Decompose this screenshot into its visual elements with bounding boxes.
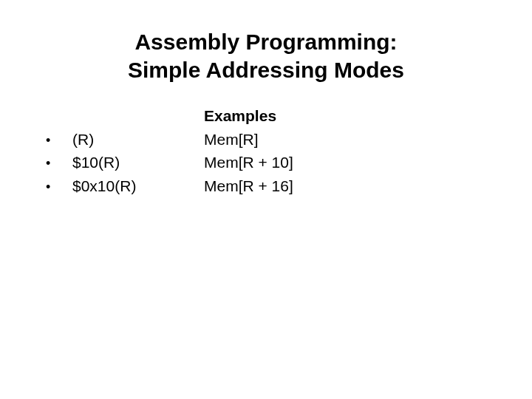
list-item: • $0x10(R) Mem[R + 16] [46,174,532,198]
slide-title: Assembly Programming: Simple Addressing … [44,28,488,83]
bullet-icon: • [46,154,72,174]
title-line-2: Simple Addressing Modes [44,56,488,84]
addressing-mode: $10(R) [72,151,204,174]
bullet-icon: • [46,131,72,151]
slide-body: Examples • (R) Mem[R] • $10(R) Mem[R + 1… [0,104,532,197]
list-item: • (R) Mem[R] [46,128,532,151]
examples-heading: Examples [204,104,532,128]
addressing-meaning: Mem[R + 16] [204,174,532,198]
slide: Assembly Programming: Simple Addressing … [0,0,532,399]
addressing-meaning: Mem[R] [204,128,532,151]
title-line-1: Assembly Programming: [44,28,488,56]
addressing-mode: $0x10(R) [72,174,204,198]
addressing-meaning: Mem[R + 10] [204,151,532,174]
addressing-mode: (R) [72,128,204,151]
bullet-icon: • [46,177,72,197]
list-item: • $10(R) Mem[R + 10] [46,151,532,174]
